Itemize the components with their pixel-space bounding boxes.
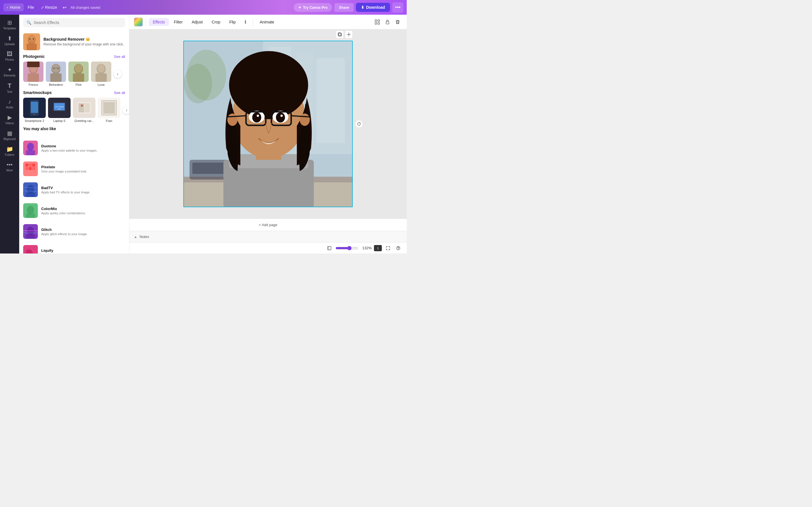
effect-badtv[interactable]: BadTV Apply bad TV effects to your image… [19,179,129,200]
sidebar-item-photos[interactable]: 🖼 Photos [1,49,18,63]
greeting-thumbnail [73,98,96,118]
luna-thumbnail [91,62,111,82]
badtv-description: Apply bad TV effects to your image. [41,190,90,194]
folders-icon: 📁 [6,146,13,153]
photogenic-scroll-right[interactable]: › [114,70,121,78]
toolbar-animate-button[interactable]: Animate [256,18,278,26]
trash-icon-button[interactable] [393,17,402,26]
templates-icon: ⊞ [7,19,12,26]
canvas-scroll[interactable] [129,30,407,219]
expand-view-button[interactable] [384,244,392,252]
effect-duotone[interactable]: Duotone Apply a two-color palette to you… [19,138,129,158]
duplicate-icon [337,32,342,37]
toolbar-right-icons [373,17,402,26]
sidebar-item-videos[interactable]: ▶ Videos [1,112,18,127]
file-button[interactable]: File [25,3,37,11]
effect-fresco[interactable]: Fresco [23,62,44,87]
undo-button[interactable]: ↩ [61,3,68,12]
resize-button[interactable]: ⤢ Resize [38,3,60,11]
liquify-description: Apply liquify effects to your image. [41,253,89,254]
svg-rect-8 [28,73,39,82]
templates-label: Templates [3,27,16,30]
audio-icon: ♪ [8,99,11,105]
zoom-slider[interactable] [335,246,358,250]
smartmockups-see-all[interactable]: See all [114,91,125,95]
canvas-refresh-button[interactable] [355,120,363,128]
sidebar-item-uploads[interactable]: ⬆ Uploads [1,33,18,48]
color-swatch[interactable] [134,17,143,26]
grid-icon-button[interactable] [373,17,382,26]
help-button[interactable] [394,244,402,252]
effect-flint[interactable]: Flint [68,62,89,87]
may-also-like-title: You may also like [23,126,56,131]
fran-svg [101,100,117,116]
svg-point-90 [300,113,310,126]
background-remover-item[interactable]: Background Remover 👑 Remove the backgrou… [19,31,129,54]
photogenic-grid: Fresco Belvedere [23,62,125,87]
photogenic-see-all[interactable]: See all [114,54,125,59]
svg-point-55 [27,206,34,214]
sidebar-item-templates[interactable]: ⊞ Templates [1,17,18,32]
text-label: Text [7,90,12,94]
svg-rect-65 [375,22,377,24]
toolbar-info-button[interactable]: ℹ [241,17,250,26]
svg-point-40 [27,143,34,151]
smartmockups-scroll-right[interactable]: › [122,106,129,114]
effect-belvedere[interactable]: Belvedere [46,62,66,87]
mockup-smartphone2[interactable]: Smartphone 2 [23,98,46,122]
effect-colormix[interactable]: ColorMix Apply quirky color combinations… [19,201,129,221]
lock-icon-button[interactable] [383,17,392,26]
add-page-corner-button[interactable] [345,31,353,38]
home-button[interactable]: ‹ Home [3,3,24,11]
svg-point-95 [257,115,259,117]
toolbar-crop-button[interactable]: Crop [208,18,224,26]
svg-rect-102 [328,246,331,250]
effect-liquify[interactable]: Liquify Apply liquify effects to your im… [19,242,129,253]
glitch-thumbnail [23,224,38,239]
mockup-fran[interactable]: Fran [98,98,120,122]
sidebar-item-elements[interactable]: ✦ Elements [1,64,18,79]
greeting-svg [76,101,92,115]
belvedere-svg [46,62,66,82]
more-options-button[interactable]: ••• [392,2,403,13]
svg-rect-46 [25,167,28,170]
toolbar-divider-2 [253,18,253,26]
liquify-thumbnail [23,245,38,253]
mockup-laptop5[interactable]: your design here Laptop 5 [48,98,71,122]
effect-glitch[interactable]: Glitch Apply glitch effects to your imag… [19,221,129,242]
duplicate-page-button[interactable] [336,31,344,38]
toolbar-adjust-button[interactable]: Adjust [188,18,207,26]
add-page-bar[interactable]: + Add page [129,219,407,231]
may-also-like-section: You may also like [19,126,129,138]
photogenic-title: Photogenic [23,54,45,59]
svg-rect-43 [25,164,28,167]
svg-point-105 [398,249,398,249]
help-icon [396,246,400,250]
badtv-svg [23,182,38,197]
sidebar-item-background[interactable]: ▦ Bkground [1,128,18,143]
try-pro-button[interactable]: ✦ Try Canva Pro [294,3,332,12]
effects-panel: 🔍 Background Remover � [19,15,129,253]
effect-pixelate[interactable]: Pixelate Give your image a pixelated loo… [19,159,129,179]
mockup-greeting[interactable]: Greeting car... [73,98,96,122]
effect-luna[interactable]: Luna [91,62,111,87]
notes-chevron-icon[interactable]: ▲ [134,235,137,239]
toolbar-filter-button[interactable]: Filter [170,18,187,26]
fit-page-button[interactable] [325,244,333,252]
colormix-info: ColorMix Apply quirky color combinations… [41,207,86,215]
search-input[interactable] [34,20,122,25]
sidebar-item-more[interactable]: ••• More [1,159,18,174]
sidebar-item-text[interactable]: T Text [1,80,18,96]
lock-icon [385,19,390,24]
liquify-info: Liquify Apply liquify effects to your im… [41,248,89,254]
toolbar-flip-button[interactable]: Flip [225,18,240,26]
colormix-name: ColorMix [41,207,86,211]
share-button[interactable]: Share [334,3,354,12]
toolbar-effects-button[interactable]: Effects [149,18,169,26]
glitch-description: Apply glitch effects to your image. [41,232,88,236]
svg-rect-51 [26,192,35,197]
download-button[interactable]: ⬇ Download [356,3,390,12]
sidebar-item-folders[interactable]: 📁 Folders [1,144,18,159]
sidebar-item-audio[interactable]: ♪ Audio [1,96,18,111]
canvas-toolbar: Effects Filter Adjust Crop Flip ℹ Animat… [129,15,407,30]
